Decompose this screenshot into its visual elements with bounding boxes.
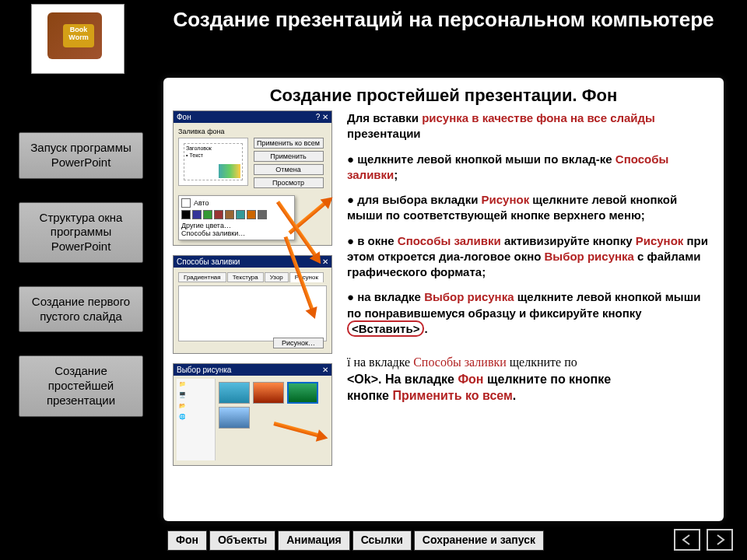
- slide-preview: Заголовок • Текст: [178, 138, 248, 186]
- next-arrow[interactable]: [707, 529, 733, 551]
- dialog-thumb-background: Фон? ✕ Заливка фона Заголовок • Текст Пр…: [173, 110, 332, 246]
- dialog-title: Фон: [177, 113, 191, 121]
- bottom-tabs: Фон Объекты Анимация Ссылки Сохранение и…: [167, 530, 544, 551]
- tab-save-run[interactable]: Сохранение и запуск: [414, 530, 544, 551]
- instructions-text: Для вставки рисунка в качестве фона на в…: [347, 110, 711, 466]
- logo-badge: Book Worm: [63, 24, 94, 47]
- label-fill: Заливка фона: [178, 128, 327, 135]
- tab-links[interactable]: Ссылки: [352, 530, 412, 551]
- btn-picture[interactable]: Рисунок…: [273, 338, 324, 348]
- btn-apply-all[interactable]: Применить ко всем: [254, 138, 324, 149]
- thumbnails-column: Фон? ✕ Заливка фона Заголовок • Текст Пр…: [173, 110, 336, 466]
- logo: Book Worm: [31, 4, 124, 74]
- sidebar-item-launch[interactable]: Запуск программы PowerPoint: [19, 132, 143, 179]
- tab-texture[interactable]: Текстура: [227, 272, 264, 282]
- sidebar-item-simple-pres[interactable]: Создание простейшей презентации: [19, 355, 143, 416]
- page-title: Создание презентаций на персональном ком…: [156, 8, 731, 32]
- preview-title: Заголовок: [184, 144, 242, 152]
- tab-objects[interactable]: Объекты: [209, 530, 275, 551]
- tab-animation[interactable]: Анимация: [278, 530, 350, 551]
- close-icon: ? ✕: [316, 113, 328, 121]
- dd-more-colors[interactable]: Другие цвета…: [181, 222, 292, 229]
- nav-arrows: [674, 529, 733, 551]
- tab-fon[interactable]: Фон: [167, 530, 207, 551]
- sidebar: Запуск программы PowerPoint Структура ок…: [19, 132, 143, 417]
- btn-cancel[interactable]: Отмена: [254, 164, 324, 175]
- preview-bullet: • Текст: [184, 152, 242, 158]
- dialog-title-3: Выбор рисунка: [177, 366, 231, 374]
- sidebar-item-first-slide[interactable]: Создание первого пустого слайда: [19, 286, 143, 333]
- prev-arrow[interactable]: [674, 529, 700, 551]
- tab-picture[interactable]: Рисунок: [289, 272, 324, 282]
- close-icon: ✕: [322, 366, 328, 374]
- dialog-thumb-choose: Выбор рисунка✕ 📁🖥️📂🌐: [173, 363, 332, 466]
- btn-preview[interactable]: Просмотр: [254, 177, 324, 188]
- dd-auto[interactable]: Авто: [194, 199, 209, 207]
- dd-fill-methods[interactable]: Способы заливки…: [181, 229, 292, 237]
- tab-pattern[interactable]: Узор: [265, 272, 289, 282]
- image-grid: [219, 379, 328, 429]
- folder-sidebar: 📁🖥️📂🌐: [177, 379, 216, 460]
- sidebar-item-structure[interactable]: Структура окна программы PowerPoint: [19, 202, 143, 263]
- btn-apply[interactable]: Применить: [254, 151, 324, 162]
- dialog-title-2: Способы заливки: [177, 257, 240, 266]
- tab-gradient[interactable]: Градиентная: [178, 272, 226, 282]
- content-panel: Создание простейшей презентации. Фон Фон…: [163, 78, 724, 521]
- content-title: Создание простейшей презентации. Фон: [163, 78, 724, 110]
